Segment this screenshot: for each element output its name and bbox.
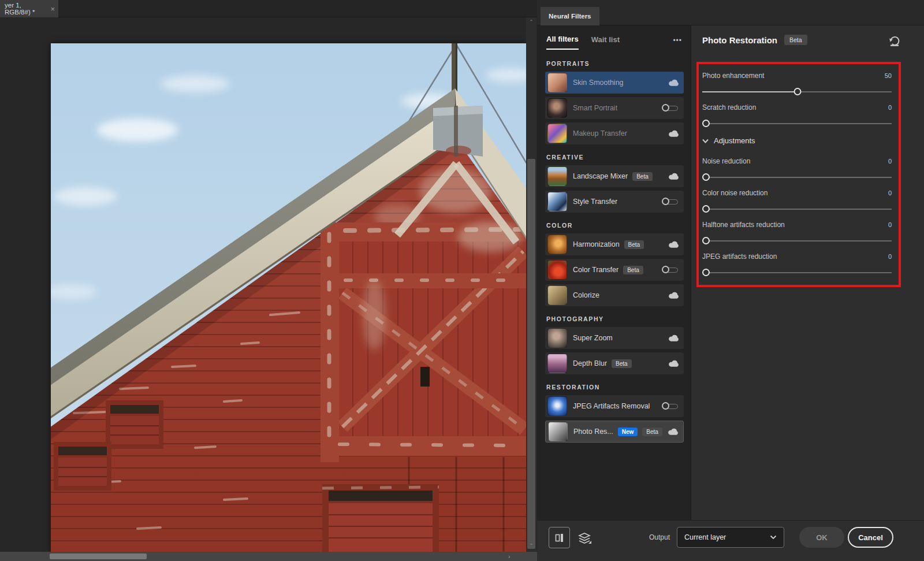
filter-row-skin-smoothing[interactable]: Skin Smoothing [545,72,684,94]
slider-handle[interactable] [702,205,710,213]
slider-noise-reduction: Noise reduction 0 [702,157,892,181]
filter-row-colorize[interactable]: Colorize [545,284,684,306]
layers-icon[interactable] [578,531,591,545]
slider-track[interactable] [702,120,892,128]
filter-thumbnail [547,354,567,373]
slider-handle[interactable] [794,88,802,95]
filter-row-photo-restoration[interactable]: Photo Res... New Beta [545,421,684,443]
slider-photo-enhancement: Photo enhancement 50 [702,72,892,96]
slider-value: 0 [888,221,892,228]
filters-panel: All filters Wait list ••• PORTRAITS Skin… [537,25,691,520]
filter-row-smart-portrait[interactable]: Smart Portrait [545,97,684,119]
vertical-scroll-thumb[interactable] [527,159,535,549]
tab-all-filters[interactable]: All filters [546,35,579,50]
toggle-off-icon[interactable] [662,402,679,411]
slider-halftone-artifacts-reduction: Halftone artifacts reduction 0 [702,221,892,245]
panel-title: Photo Restoration [702,35,777,45]
filter-row-depth-blur[interactable]: Depth Blur Beta [545,352,684,374]
filter-thumbnail [547,260,567,280]
beta-badge: Beta [624,240,644,249]
slider-track[interactable] [702,237,892,245]
ok-button[interactable]: OK [799,527,844,548]
chevron-down-icon [770,535,777,540]
toggle-off-icon[interactable] [662,198,679,206]
horizontal-scroll-thumb[interactable] [50,553,147,559]
slider-track[interactable] [702,205,892,213]
slider-value: 0 [888,158,892,165]
toggle-off-icon[interactable] [662,266,679,274]
cloud-download-icon [668,291,679,299]
scroll-up-icon[interactable]: ⌃ [526,17,536,27]
filter-thumbnail [547,285,567,305]
neural-filters-tab-label: Neural Filters [549,13,591,20]
slider-track[interactable] [702,173,892,181]
output-dropdown-value: Current layer [684,533,726,541]
filter-row-style-transfer[interactable]: Style Transfer [545,191,684,213]
photoshop-window: yer 1, RGB/8#) * × » [0,0,924,561]
filter-row-harmonization[interactable]: Harmonization Beta [545,233,684,255]
cloud-download-icon [668,129,679,138]
beta-badge: Beta [632,172,653,181]
filter-thumbnail [548,422,568,441]
filter-row-color-transfer[interactable]: Color Transfer Beta [545,259,684,281]
split-view-icon [554,533,565,543]
output-dropdown[interactable]: Current layer [677,527,784,548]
new-badge: New [618,428,638,436]
scroll-right-icon[interactable]: › [508,553,511,560]
slider-handle[interactable] [702,120,710,127]
slider-handle[interactable] [702,237,710,244]
toggle-off-icon[interactable] [662,104,679,113]
beta-badge: Beta [623,266,643,274]
section-title-creative: CREATIVE [546,154,684,161]
tab-wait-list[interactable]: Wait list [591,35,620,49]
neural-filters-tab[interactable]: Neural Filters [541,7,599,25]
slider-jpeg-artifacts-reduction: JPEG artifacts reduction 0 [702,252,892,277]
slider-handle[interactable] [702,269,710,276]
adjustments-section-header[interactable]: Adjustments [702,136,755,145]
document-canvas[interactable]: ⌃ ⌄ › [0,17,537,561]
cloud-download-icon [668,428,679,436]
barn-photo[interactable] [51,43,527,552]
cloud-download-icon [668,79,679,87]
filter-row-makeup-transfer[interactable]: Makeup Transfer [545,122,684,144]
output-label: Output [628,533,670,541]
slider-scratch-reduction: Scratch reduction 0 [702,103,892,128]
section-title-portraits: PORTRAITS [546,60,684,67]
cancel-button[interactable]: Cancel [848,527,893,548]
cloud-download-icon [668,172,679,180]
more-options-icon[interactable]: ••• [673,36,682,48]
close-icon[interactable]: × [50,5,55,13]
filter-row-jpeg-artifacts-removal[interactable]: JPEG Artifacts Removal [545,395,684,417]
slider-value: 0 [888,104,892,111]
slider-handle[interactable] [702,173,710,181]
beta-badge: Beta [612,359,632,368]
preview-split-button[interactable] [549,527,570,548]
chevron-down-icon [702,139,709,143]
scroll-down-icon[interactable]: ⌄ [526,540,536,549]
filter-thumbnail [547,192,567,211]
section-title-photography: PHOTOGRAPHY [546,315,684,322]
cloud-download-icon [668,240,679,248]
slider-value: 50 [885,72,892,79]
filter-tabs: All filters Wait list ••• [546,34,682,51]
filter-thumbnail [547,328,567,348]
document-tab[interactable]: yer 1, RGB/8#) * × [0,0,58,17]
filter-thumbnail [547,396,567,416]
slider-value: 0 [888,190,892,196]
section-title-color: COLOR [546,222,684,229]
slider-color-noise-reduction: Color noise reduction 0 [702,189,892,213]
filter-thumbnail [547,73,567,92]
reset-icon[interactable] [888,35,901,47]
slider-track[interactable] [702,269,892,277]
filter-list: PORTRAITS Skin Smoothing Smart Portrait … [545,60,684,446]
beta-badge: Beta [784,35,807,45]
beta-badge: Beta [642,428,662,436]
slider-track[interactable] [702,88,892,96]
cloud-download-icon [668,334,679,342]
filter-thumbnail [547,235,567,254]
slider-value: 0 [888,253,892,260]
cloud-download-icon [668,359,679,367]
filter-row-landscape-mixer[interactable]: Landscape Mixer Beta [545,165,684,187]
filter-row-super-zoom[interactable]: Super Zoom [545,327,684,349]
filter-thumbnail [547,166,567,186]
